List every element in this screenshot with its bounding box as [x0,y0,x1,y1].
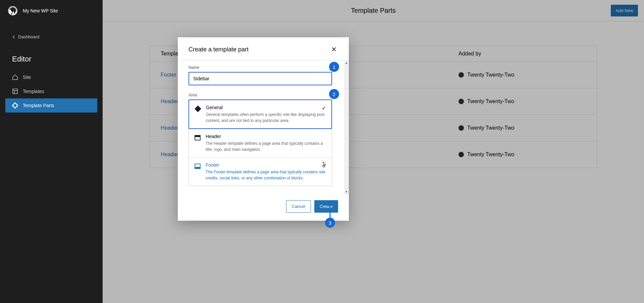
name-field-label: Name [189,65,332,70]
annotation-3: 3 [325,218,335,228]
dashboard-link[interactable]: Dashboard [0,30,103,44]
nav-site[interactable]: Site [0,70,103,84]
annotation-1: 1 [329,62,339,72]
check-icon: ✓ [322,105,326,111]
name-input[interactable] [189,72,332,85]
area-other-options: Header The Header template defines a pag… [189,129,332,186]
svg-rect-10 [195,167,200,169]
area-desc: General templates often perform a specif… [206,112,326,124]
general-icon [195,105,201,112]
modal-body: ▲ ▼ Name Area General General templates … [178,60,349,194]
area-group: Area General General templates often per… [189,93,332,186]
svg-rect-8 [195,135,200,137]
header-icon [194,134,201,141]
scroll-up-icon[interactable]: ▲ [344,60,349,65]
close-icon: ✕ [331,46,337,53]
area-title: Footer [206,162,326,168]
nav-template-parts-label: Template Parts [23,103,54,108]
nav-templates-label: Templates [23,89,44,94]
template-parts-icon [12,102,18,109]
area-title: Header [206,134,326,139]
modal-title: Create a template part [189,46,249,53]
cursor-icon [322,162,326,169]
wordpress-logo-icon [8,6,17,15]
chevron-left-icon [12,35,15,39]
close-button[interactable]: ✕ [330,45,338,54]
area-title: General [206,105,326,110]
area-desc: The Header template defines a page area … [206,140,326,153]
dashboard-label: Dashboard [18,34,40,39]
modal-footer: Cancel Create [178,194,349,221]
area-field-label: Area [189,93,332,97]
home-icon [12,74,18,80]
nav-template-parts[interactable]: Template Parts [5,98,97,113]
nav-templates[interactable]: Templates [0,84,103,98]
sidebar-header: My New WP Site [0,0,103,21]
layout-icon [12,88,18,94]
area-footer-option[interactable]: Footer The Footer template defines a pag… [189,157,332,186]
nav-site-label: Site [23,75,31,80]
area-desc: The Footer template defines a page area … [206,169,326,181]
cancel-button[interactable]: Cancel [286,200,311,213]
area-general-option[interactable]: General General templates often perform … [189,99,332,129]
annotation-2: 2 [329,89,339,99]
modal-header: Create a template part ✕ [178,37,349,60]
editor-title: Editor [0,44,103,70]
svg-rect-6 [195,105,201,112]
modal-scrollbar[interactable]: ▲ ▼ [344,60,349,194]
sidebar: My New WP Site Dashboard Editor Site Tem… [0,0,103,303]
scroll-down-icon[interactable]: ▼ [344,189,349,194]
create-template-part-modal: Create a template part ✕ ▲ ▼ Name Area [178,37,349,221]
svg-rect-1 [13,89,17,94]
area-header-option[interactable]: Header The Header template defines a pag… [189,129,332,157]
arrow-icon [325,203,335,219]
footer-icon [194,163,201,170]
svg-marker-12 [328,203,332,206]
site-name: My New WP Site [23,8,58,13]
